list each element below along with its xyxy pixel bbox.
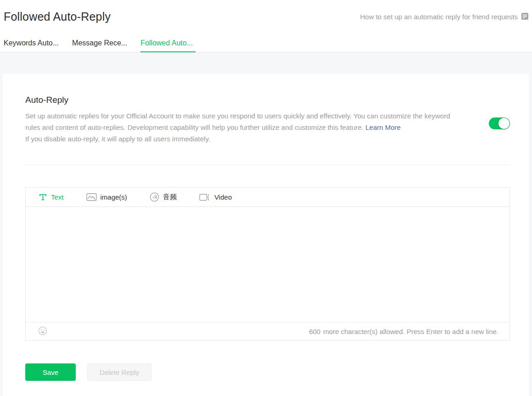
editor-toolbar: Text image(s) [26,188,510,207]
document-icon [521,12,529,22]
description-row: Set up automatic replies for your Offici… [25,110,510,145]
smiley-icon [38,326,47,337]
help-link-label: How to set up an automatic reply for fri… [360,13,518,21]
auto-reply-panel: Auto-Reply Set up automatic replies for … [3,74,529,396]
characters-remaining: 600 [309,328,320,335]
learn-more-link[interactable]: Learn More [365,123,401,131]
emoji-button[interactable] [38,326,47,337]
action-buttons: Save Delete Reply [25,363,510,381]
audio-icon [150,192,159,202]
tab-message-received[interactable]: Message Rece... [72,39,127,52]
character-hint: more character(s) allowed. Press Enter t… [323,328,498,335]
auto-reply-toggle[interactable] [489,117,510,129]
tab-bar: Keywords Auto... Message Rece... Followe… [4,39,529,52]
reply-editor: Text image(s) [25,187,510,340]
editor-footer: 600more character(s) allowed. Press Ente… [26,322,510,340]
page-header: Followed Auto-Reply How to set up an aut… [0,0,532,52]
toggle-knob [498,118,510,129]
text-icon [39,193,47,201]
tool-audio-label: 音频 [163,193,177,201]
tool-video-label: Video [214,193,232,201]
tool-text-button[interactable]: Text [39,193,64,201]
delete-reply-button[interactable]: Delete Reply [87,363,151,381]
help-link[interactable]: How to set up an automatic reply for fri… [360,12,529,22]
tool-image-button[interactable]: image(s) [86,193,127,201]
section-divider [25,165,510,165]
header-top-row: Followed Auto-Reply How to set up an aut… [4,10,529,23]
tool-image-label: image(s) [101,193,127,201]
image-icon [86,193,97,201]
tab-followed-auto-reply[interactable]: Followed Auto... [140,39,196,52]
description-block: Set up automatic replies for your Offici… [25,110,458,145]
page-title: Followed Auto-Reply [4,10,111,23]
tool-text-label: Text [51,193,64,201]
tool-video-button[interactable]: Video [199,193,232,201]
section-title: Auto-Reply [25,95,510,105]
tab-keywords-auto-reply[interactable]: Keywords Auto... [4,39,59,52]
reply-content-input[interactable] [26,207,510,322]
video-icon [199,193,211,201]
save-button[interactable]: Save [25,363,76,381]
character-counter: 600more character(s) allowed. Press Ente… [309,328,498,335]
disable-note: If you disable auto-reply, it will apply… [25,133,458,145]
tool-audio-button[interactable]: 音频 [150,192,177,202]
